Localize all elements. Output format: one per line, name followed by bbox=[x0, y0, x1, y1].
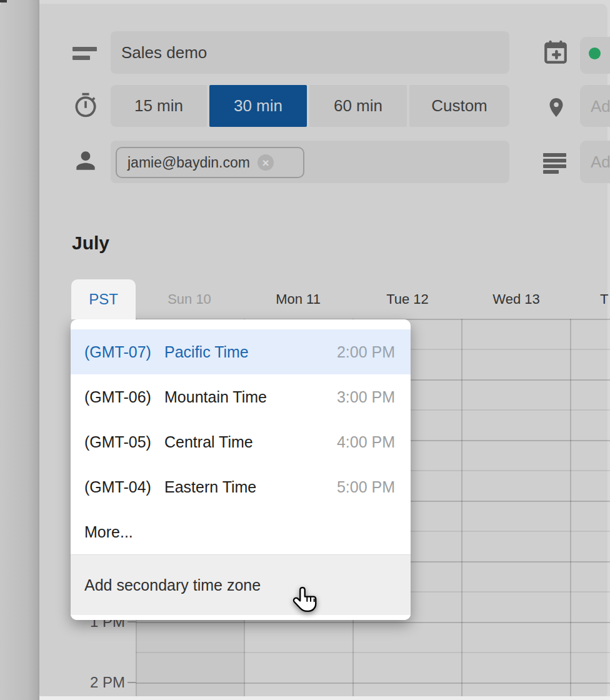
grid-vline bbox=[461, 319, 462, 696]
duration-timer-icon bbox=[72, 91, 99, 120]
gmt-offset: (GMT-06) bbox=[84, 388, 164, 406]
notes-placeholder: Ad bbox=[580, 141, 610, 183]
title-input[interactable]: Sales demo bbox=[111, 31, 509, 74]
timezone-option-pacific[interactable]: (GMT-07) Pacific Time 2:00 PM bbox=[71, 329, 411, 374]
location-pin-icon bbox=[545, 93, 568, 122]
timezone-name: Eastern Time bbox=[164, 478, 256, 496]
day-header-thu: T bbox=[600, 291, 610, 308]
timezone-current-time: 3:00 PM bbox=[337, 388, 395, 406]
timezone-name: Pacific Time bbox=[164, 343, 249, 361]
timezone-option-eastern[interactable]: (GMT-04) Eastern Time 5:00 PM bbox=[71, 464, 411, 509]
duration-30min-label: 30 min bbox=[234, 96, 282, 116]
window-left-rail bbox=[0, 0, 39, 700]
calendar-color-dot bbox=[589, 48, 601, 59]
duration-15min-label: 15 min bbox=[134, 96, 183, 116]
timezone-current-time: 4:00 PM bbox=[337, 433, 395, 451]
duration-15min-button[interactable]: 15 min bbox=[111, 85, 207, 127]
attendee-person-icon bbox=[72, 146, 99, 175]
location-placeholder: Ad bbox=[580, 85, 610, 128]
grid-vline bbox=[570, 319, 571, 696]
timezone-current-time: 5:00 PM bbox=[337, 478, 395, 496]
month-title: July bbox=[72, 232, 109, 254]
add-secondary-timezone-option[interactable]: Add secondary time zone bbox=[71, 555, 411, 615]
gmt-offset: (GMT-05) bbox=[84, 433, 164, 451]
attendee-email: jamie@baydin.com bbox=[128, 154, 250, 171]
more-label: More... bbox=[84, 523, 133, 541]
day-header-wed: Wed 13 bbox=[472, 291, 560, 308]
time-label-2pm: 2 PM bbox=[62, 674, 125, 691]
day-header-tue: Tue 12 bbox=[364, 291, 451, 308]
timezone-more-option[interactable]: More... bbox=[71, 509, 411, 554]
attendee-chip[interactable]: jamie@baydin.com × bbox=[116, 147, 304, 178]
timezone-name: Central Time bbox=[164, 433, 253, 451]
duration-custom-label: Custom bbox=[431, 96, 488, 116]
gmt-offset: (GMT-07) bbox=[84, 343, 164, 361]
hour-tick bbox=[128, 682, 136, 683]
hand-cursor-icon bbox=[291, 585, 320, 616]
add-secondary-timezone-label: Add secondary time zone bbox=[84, 576, 261, 594]
title-input-value: Sales demo bbox=[111, 31, 509, 74]
duration-60min-button[interactable]: 60 min bbox=[309, 85, 407, 127]
hour-tick bbox=[128, 621, 136, 622]
window-corner-notch bbox=[0, 0, 7, 2]
timezone-option-mountain[interactable]: (GMT-06) Mountain Time 3:00 PM bbox=[71, 374, 411, 419]
scheduler-screen: Sales demo 15 min 30 min 60 min Custom j… bbox=[0, 0, 610, 700]
timezone-button[interactable]: PST bbox=[71, 279, 136, 319]
day-header-sun: Sun 10 bbox=[146, 291, 233, 308]
duration-custom-button[interactable]: Custom bbox=[409, 85, 509, 127]
gmt-offset: (GMT-04) bbox=[84, 478, 164, 496]
timezone-current-time: 2:00 PM bbox=[337, 343, 395, 361]
timezone-dropdown: (GMT-07) Pacific Time 2:00 PM (GMT-06) M… bbox=[71, 319, 411, 620]
duration-30min-button[interactable]: 30 min bbox=[209, 85, 307, 127]
location-input[interactable]: Ad bbox=[580, 85, 610, 127]
menu-bottom-pad bbox=[71, 615, 411, 620]
add-to-calendar-icon[interactable] bbox=[542, 38, 569, 66]
timezone-name: Mountain Time bbox=[164, 388, 267, 406]
day-header-mon: Mon 11 bbox=[254, 291, 342, 308]
timezone-option-central[interactable]: (GMT-05) Central Time 4:00 PM bbox=[71, 419, 411, 464]
notes-input[interactable]: Ad bbox=[580, 141, 610, 183]
chip-remove-icon[interactable]: × bbox=[258, 154, 274, 171]
duration-60min-label: 60 min bbox=[334, 96, 382, 116]
dialog-bottom-edge bbox=[39, 696, 610, 700]
